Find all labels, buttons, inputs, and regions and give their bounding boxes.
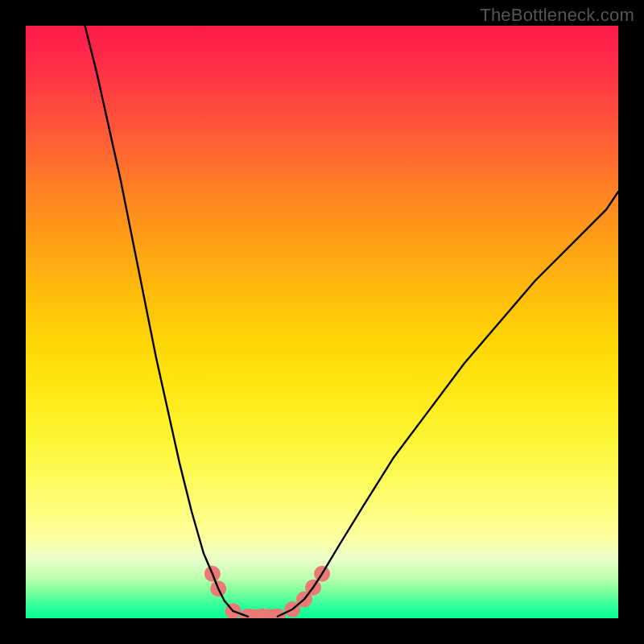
plot-area xyxy=(26,26,618,618)
series-left_branch xyxy=(85,26,248,617)
chart-svg xyxy=(26,26,618,618)
watermark-text: TheBottleneck.com xyxy=(480,5,634,26)
series-right_branch xyxy=(278,192,618,617)
viewport: TheBottleneck.com xyxy=(0,0,644,644)
